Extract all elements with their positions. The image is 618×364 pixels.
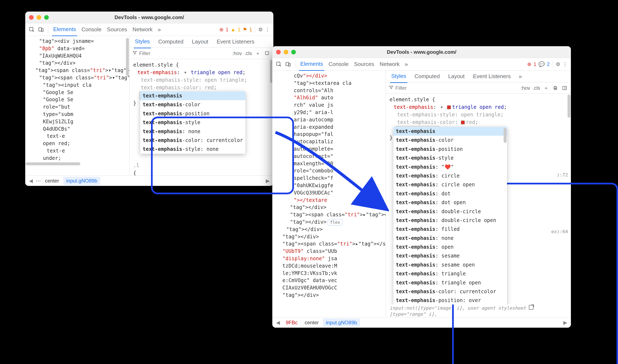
crumb-left-icon[interactable]: ◀ <box>27 178 34 184</box>
scrollbar-horizontal[interactable] <box>26 162 80 165</box>
dom-line[interactable]: autocomplete= <box>275 145 386 153</box>
maximize-icon[interactable] <box>291 50 296 54</box>
crumb-center[interactable]: center <box>302 318 322 327</box>
kebab-icon[interactable]: ⋮ <box>265 27 270 33</box>
plus-icon[interactable]: ＋ <box>543 85 549 91</box>
autocomplete-item[interactable]: text-emphasis <box>393 127 507 136</box>
dom-line[interactable]: spellcheck="f <box>275 175 386 182</box>
dom-line[interactable]: maxlength="20 <box>275 160 386 167</box>
close-icon[interactable] <box>29 15 34 20</box>
autocomplete-item[interactable]: text-emphasis-position: over <box>393 296 507 305</box>
autocomplete-item[interactable]: text-emphasis-color: currentcolor <box>140 136 246 145</box>
dom-line[interactable]: y29d;" aria-l <box>275 109 386 116</box>
gear-icon[interactable]: ⚙ <box>258 27 263 33</box>
crumb-right-icon[interactable]: ▶ <box>562 320 569 325</box>
autocomplete-item[interactable]: text-emphasis: double-circle <box>393 207 507 216</box>
dom-line[interactable]: "display:none" jsa <box>275 255 386 262</box>
dom-line[interactable]: "tag"></div> <box>275 226 386 233</box>
dom-line[interactable]: open red; <box>28 140 129 147</box>
inspect-icon[interactable] <box>28 26 35 33</box>
subtab-layout[interactable]: Layout <box>191 36 209 48</box>
dom-line[interactable]: "tag"><span class="tri">▸"tag"></span>"t… <box>275 240 386 248</box>
crumb-left-icon[interactable]: ◀ <box>275 320 282 325</box>
dom-line[interactable]: "Alh6id" auto <box>275 94 386 102</box>
dom-line[interactable]: "tag"><span class="tri">▾"tag"></span>"t… <box>28 74 129 81</box>
autocomplete-item[interactable]: text-emphasis: filled <box>393 225 507 234</box>
scrollbar-vertical[interactable] <box>504 128 507 143</box>
dom-line[interactable]: type="subm <box>28 111 129 118</box>
styles-body[interactable]: element.style { text-emphasis: ▾ triangl… <box>386 94 571 305</box>
crumb-input[interactable]: input.gNO89b <box>63 177 100 185</box>
dom-line[interactable]: role="but <box>28 103 129 111</box>
dom-line[interactable]: "tag"></div> <box>275 233 386 240</box>
hov-toggle[interactable]: :hov <box>232 51 242 56</box>
autocomplete-item[interactable]: text-emphasis: triangle open <box>393 278 507 287</box>
subtab-event-listeners[interactable]: Event Listeners <box>472 71 512 83</box>
autocomplete-item[interactable]: text-emphasis-style: none <box>140 145 246 154</box>
issue-icon[interactable]: ⚑ <box>243 27 247 33</box>
device-toggle-icon[interactable] <box>285 61 291 67</box>
dock-icon[interactable] <box>561 85 568 91</box>
styles-body[interactable]: element.style { text-emphasis: ▾ triangl… <box>130 59 273 175</box>
autocomplete-item[interactable]: text-emphasis: none <box>140 127 246 136</box>
crumb-ellipsis[interactable]: ⋯ <box>36 178 41 184</box>
dom-tree[interactable]: "tag"><div jsname="8pb" data-ved="IAxUqW… <box>25 36 130 175</box>
dom-line[interactable]: "tag"><span class="tri">▾"tag"></span>"t… <box>28 67 129 74</box>
css-declaration[interactable]: text-emphasis-style: open triangle; <box>390 111 567 118</box>
print-icon[interactable] <box>552 85 559 91</box>
tab-network[interactable]: Network <box>378 58 401 70</box>
source-link[interactable]: ex):64 <box>551 228 568 235</box>
dom-line[interactable]: "8pb" data-ved= <box>28 45 129 52</box>
device-toggle-icon[interactable] <box>38 26 44 33</box>
tab-console[interactable]: Console <box>80 23 103 36</box>
tab-console[interactable]: Console <box>327 58 350 70</box>
autocomplete-popup[interactable]: text-emphasistext-emphasis-colortext-emp… <box>393 127 507 305</box>
dom-line[interactable]: "></textare <box>275 197 386 204</box>
dom-line[interactable]: "Google Se <box>28 96 129 103</box>
css-declaration[interactable]: text-emphasis-color: red; <box>133 84 270 91</box>
dom-line[interactable]: aria-autocomp <box>275 116 386 124</box>
crumb-item[interactable]: 9FBc <box>283 318 301 327</box>
gear-icon[interactable]: ⚙ <box>556 61 560 67</box>
tab-sources[interactable]: Sources <box>353 58 375 70</box>
autocomplete-item[interactable]: text-emphasis <box>140 91 246 100</box>
dom-line[interactable]: "0ahUKEwiggfe <box>275 182 386 189</box>
tab-sources[interactable]: Sources <box>106 23 128 36</box>
dom-line[interactable]: "tag"></div> <box>275 204 386 211</box>
minimize-icon[interactable] <box>284 50 288 54</box>
subtab-event-listeners[interactable]: Event Listeners <box>215 36 256 48</box>
crumb-right-icon[interactable]: ▶ <box>264 178 271 184</box>
dom-line[interactable]: "Google Se <box>28 89 129 96</box>
external-link-icon[interactable] <box>529 305 534 310</box>
dom-line[interactable]: "IAxUqWUEAHQU4 <box>28 52 129 60</box>
autocomplete-item[interactable]: text-emphasis-color <box>140 100 246 109</box>
kebab-icon[interactable]: ⋮ <box>563 61 567 67</box>
dom-line[interactable]: text-e <box>28 147 129 155</box>
dom-line[interactable]: role="combobo <box>275 167 386 175</box>
tab-elements[interactable]: Elements <box>52 23 77 36</box>
dom-line[interactable]: cQv"></div> <box>275 72 386 80</box>
subtab-computed[interactable]: Computed <box>413 71 441 83</box>
dom-line[interactable]: controls="Alh <box>275 87 386 94</box>
funnel-icon[interactable] <box>389 85 393 91</box>
dom-line[interactable]: aria-expanded <box>275 124 386 131</box>
autocomplete-item[interactable]: text-emphasis: open <box>393 243 507 251</box>
tab-network[interactable]: Network <box>131 23 154 36</box>
css-declaration[interactable]: text-emphasis: ▾ triangle open red; <box>390 103 567 111</box>
autocomplete-item[interactable]: text-emphasis: sesame <box>393 251 507 260</box>
dom-line[interactable]: KEwjS1ZLIg <box>28 118 129 125</box>
dom-line[interactable]: "tag"><span class="tri">▸"tag"></span>"t… <box>275 211 386 219</box>
dom-line[interactable]: "tag"></div>flex <box>275 219 386 226</box>
dom-line[interactable]: "UUbT9" class="UUb <box>275 248 386 255</box>
plus-icon[interactable]: ＋ <box>254 50 261 57</box>
inspect-icon[interactable] <box>276 61 282 67</box>
dom-line[interactable]: "tag"><input cla <box>28 81 129 89</box>
crumb-input[interactable]: input.gNO89b <box>323 318 360 327</box>
autocomplete-item[interactable]: text-emphasis-position <box>393 145 507 154</box>
autocomplete-item[interactable]: text-emphasis: double-circle open <box>393 216 507 225</box>
dom-line[interactable]: under; <box>28 155 129 162</box>
dom-line[interactable]: rch" value js <box>275 102 386 109</box>
css-declaration[interactable]: text-emphasis-color: red; <box>390 118 567 126</box>
css-declaration[interactable]: text-emphasis-style: open triangle; <box>133 76 270 84</box>
more-tabs-icon[interactable]: » <box>405 61 408 68</box>
